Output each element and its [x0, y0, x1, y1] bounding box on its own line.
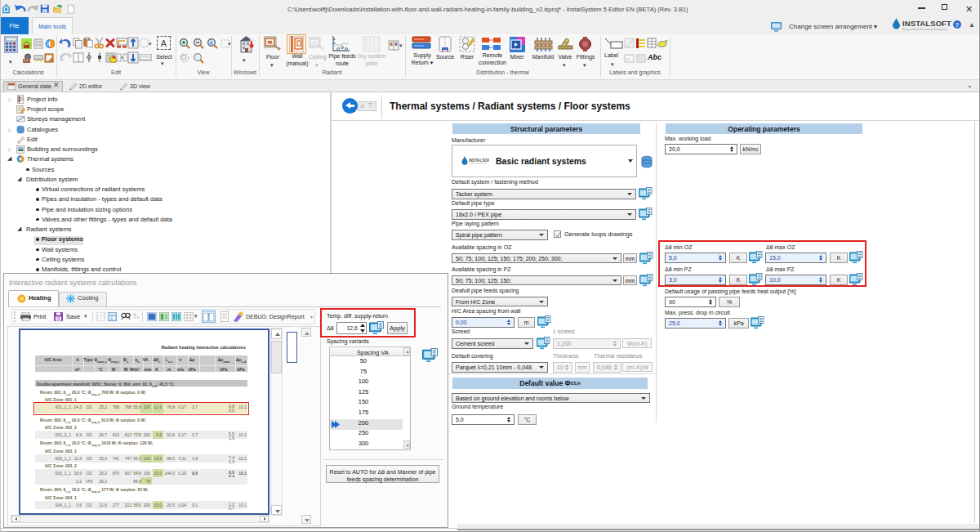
svg-text:A: A: [209, 40, 213, 46]
svg-text:?: ?: [99, 314, 102, 320]
svg-text:INSTALSOFT: INSTALSOFT: [469, 159, 489, 163]
svg-text:n: n: [626, 56, 629, 61]
